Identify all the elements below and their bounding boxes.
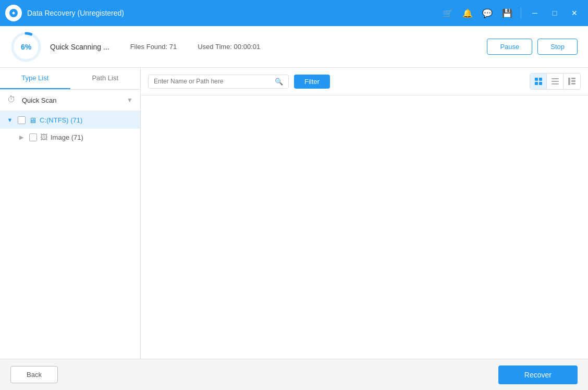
svg-rect-11 (571, 78, 575, 79)
svg-rect-8 (552, 81, 559, 82)
app-title: Data Recovery (Unregistered) (27, 9, 439, 17)
bottom-bar: Back Recover (0, 359, 588, 390)
files-found: Files Found: 71 (130, 43, 177, 51)
tree-drive-item[interactable]: ▼ 🖥 C:(NTFS) (71) (0, 111, 140, 129)
scan-type-row: ⏱ Quick Scan ▼ (0, 90, 140, 111)
tree-drive-chevron-icon[interactable]: ▼ (5, 115, 15, 125)
sidebar: Type List Path List ⏱ Quick Scan ▼ ▼ 🖥 C… (0, 68, 141, 359)
svg-rect-10 (568, 78, 570, 85)
svg-rect-3 (535, 78, 538, 81)
chat-icon[interactable]: 💬 (479, 5, 496, 21)
search-input[interactable] (154, 78, 275, 85)
stop-button[interactable]: Stop (537, 39, 578, 55)
drive-icon: 🖥 (29, 116, 36, 125)
tree-image-checkbox[interactable] (29, 133, 37, 141)
bell-icon[interactable]: 🔔 (459, 5, 476, 21)
tree-image-label: Image (71) (51, 133, 83, 141)
tab-path-list[interactable]: Path List (70, 68, 141, 89)
scan-status-text: Quick Scanning ... (50, 43, 109, 51)
clock-icon: ⏱ (7, 95, 18, 105)
pause-button[interactable]: Pause (487, 39, 532, 55)
svg-rect-5 (535, 82, 538, 85)
search-icon: 🔍 (275, 78, 283, 86)
content-toolbar: 🔍 Filter (141, 68, 588, 95)
tab-type-list[interactable]: Type List (0, 68, 70, 89)
title-bar: Data Recovery (Unregistered) 🛒 🔔 💬 💾 ─ □… (0, 0, 588, 26)
detail-view-icon (568, 77, 576, 86)
app-logo (5, 5, 22, 21)
scan-progress-circle: 6% (10, 31, 42, 63)
list-view-button[interactable] (547, 74, 564, 89)
maximize-button[interactable]: □ (546, 5, 563, 21)
titlebar-separator (521, 8, 521, 18)
scan-type-chevron-icon[interactable]: ▼ (127, 96, 133, 104)
search-box: 🔍 (148, 75, 289, 89)
view-toggle (530, 73, 581, 90)
tree-image-chevron-icon[interactable]: ▶ (17, 132, 26, 142)
scan-type-label: Quick Scan (22, 96, 127, 104)
content-area (141, 95, 588, 359)
scan-header: 6% Quick Scanning ... Files Found: 71 Us… (0, 26, 588, 68)
svg-rect-9 (552, 83, 559, 84)
scan-header-actions: Pause Stop (487, 39, 578, 55)
tree-image-item[interactable]: ▶ 🖼 Image (71) (0, 129, 140, 145)
main-content: 🔍 Filter (141, 68, 588, 359)
svg-rect-7 (552, 78, 559, 79)
titlebar-icon-group: 🛒 🔔 💬 💾 ─ □ ✕ (439, 5, 583, 21)
save-icon[interactable]: 💾 (499, 5, 516, 21)
tree-drive-checkbox[interactable] (18, 116, 26, 124)
minimize-button[interactable]: ─ (526, 5, 543, 21)
list-view-icon (551, 77, 559, 86)
used-time: Used Time: 00:00:01 (198, 43, 260, 51)
svg-rect-4 (539, 78, 542, 81)
svg-rect-6 (539, 82, 542, 85)
tree-drive-label: C:(NTFS) (71) (40, 116, 82, 124)
svg-rect-13 (571, 83, 575, 84)
back-button[interactable]: Back (10, 366, 58, 383)
close-button[interactable]: ✕ (566, 5, 583, 21)
svg-rect-12 (571, 80, 575, 82)
detail-view-button[interactable] (564, 74, 580, 89)
cart-icon[interactable]: 🛒 (439, 5, 456, 21)
grid-view-icon (534, 77, 543, 86)
main-layout: Type List Path List ⏱ Quick Scan ▼ ▼ 🖥 C… (0, 68, 588, 359)
grid-view-button[interactable] (530, 74, 547, 89)
sidebar-tabs: Type List Path List (0, 68, 140, 90)
progress-percent: 6% (21, 43, 31, 51)
filter-button[interactable]: Filter (294, 75, 330, 89)
recover-button[interactable]: Recover (498, 365, 578, 384)
image-file-icon: 🖼 (40, 133, 47, 141)
